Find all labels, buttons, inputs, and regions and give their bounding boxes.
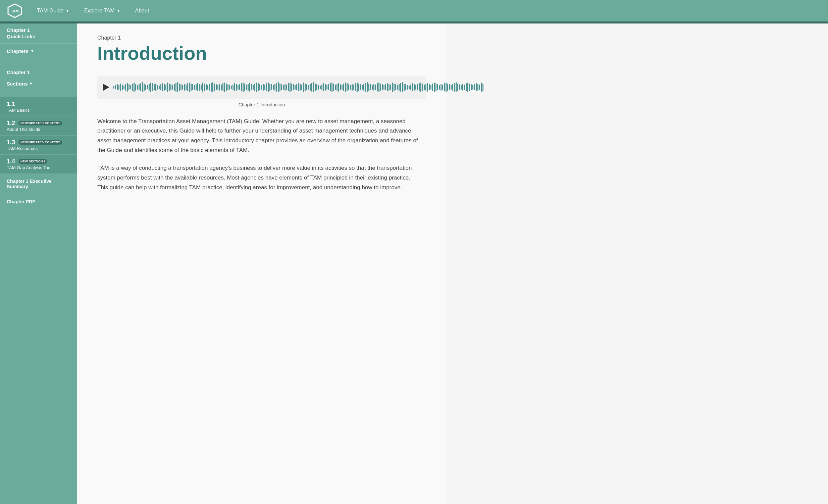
chevron-down-icon: ▼ xyxy=(66,9,70,13)
sidebar-ch1-label: Chapter 1 xyxy=(7,70,32,75)
new-updated-badge-1-3: NEW/UPDATED CONTENT xyxy=(18,140,62,144)
audio-player[interactable] xyxy=(97,76,426,99)
sidebar-quick-links-label: Quick Links xyxy=(7,34,71,39)
nav-items: TAM Guide ▼ Explore TAM ▼ About xyxy=(30,0,156,22)
sidebar-1-1-label: TAM Basics xyxy=(7,108,30,113)
audio-caption: Chapter 1 Introduction xyxy=(97,102,426,108)
sidebar-quick-links: Chapter 1 Quick Links xyxy=(0,22,77,44)
sidebar-item-chapters[interactable]: Chapters ▾ xyxy=(0,44,77,59)
sidebar-exec-summary[interactable]: Chapter 1 Executive Summary xyxy=(0,174,77,194)
sidebar-1-2-label: About This Guide xyxy=(7,127,40,132)
sidebar-chapter-pdf[interactable]: Chapter PDF xyxy=(0,194,77,209)
top-divider xyxy=(0,22,828,24)
new-section-badge-1-4: NEW SECTION ! xyxy=(18,159,47,164)
chevron-down-icon: ▾ xyxy=(31,49,33,53)
sidebar-1-1-num: 1.1 xyxy=(7,101,15,108)
sidebar-1-3-label: TAM Resources xyxy=(7,146,38,151)
content-paragraph-1: Welcome to the Transportation Asset Mana… xyxy=(97,117,419,156)
content-paragraph-2: TAM is a way of conducting a transportat… xyxy=(97,163,419,193)
sidebar-item-1-1[interactable]: 1.1 TAM Basics xyxy=(0,97,77,117)
sidebar: Chapter 1 Quick Links Chapters ▾ Chapter… xyxy=(0,22,77,504)
sidebar-1-4-num: 1.4 xyxy=(7,158,15,165)
sidebar-item-1-4[interactable]: 1.4 NEW SECTION ! TAM Gap Analysis Tool xyxy=(0,155,77,174)
new-updated-badge-1-2: NEW/UPDATED CONTENT xyxy=(18,121,62,126)
sidebar-1-2-num: 1.2 xyxy=(7,120,15,127)
nav-item-tam-guide[interactable]: TAM Guide ▼ xyxy=(30,0,77,22)
tam-logo[interactable]: TAM xyxy=(7,3,23,19)
chapter-label: Chapter 1 xyxy=(97,35,426,41)
top-nav: TAM TAM Guide ▼ Explore TAM ▼ About xyxy=(0,0,828,22)
sidebar-chapter-label: Chapter 1 xyxy=(7,27,71,34)
sidebar-chapters-label: Chapters xyxy=(7,48,29,54)
page-layout: Chapter 1 Quick Links Chapters ▾ Chapter… xyxy=(0,22,828,504)
sidebar-sub-items: 1.1 TAM Basics 1.2 NEW/UPDATED CONTENT A… xyxy=(0,97,77,174)
sidebar-1-3-num: 1.3 xyxy=(7,139,15,146)
play-button[interactable] xyxy=(104,84,109,91)
chapter-title: Introduction xyxy=(97,43,426,64)
main-content: Chapter 1 Introduction Chapter 1 Introdu… xyxy=(77,22,446,504)
sidebar-1-4-label: TAM Gap Analysis Tool xyxy=(7,165,51,170)
nav-item-explore-tam[interactable]: Explore TAM ▼ xyxy=(77,0,128,22)
sidebar-item-ch1-sections[interactable]: Chapter 1 Sections ▾ xyxy=(0,59,77,97)
sidebar-item-1-2[interactable]: 1.2 NEW/UPDATED CONTENT About This Guide xyxy=(0,117,77,135)
sidebar-sections-label: Sections ▾ xyxy=(7,81,32,87)
sidebar-chapter-pdf-label: Chapter PDF xyxy=(7,199,35,204)
sidebar-item-1-3[interactable]: 1.3 NEW/UPDATED CONTENT TAM Resources xyxy=(0,135,77,155)
audio-waveform xyxy=(113,81,484,94)
chevron-down-icon: ▼ xyxy=(117,9,120,13)
sidebar-exec-summary-label: Chapter 1 Executive Summary xyxy=(7,178,52,189)
nav-item-about[interactable]: About xyxy=(128,0,157,22)
svg-text:TAM: TAM xyxy=(11,9,18,13)
chevron-down-icon: ▾ xyxy=(30,81,32,86)
